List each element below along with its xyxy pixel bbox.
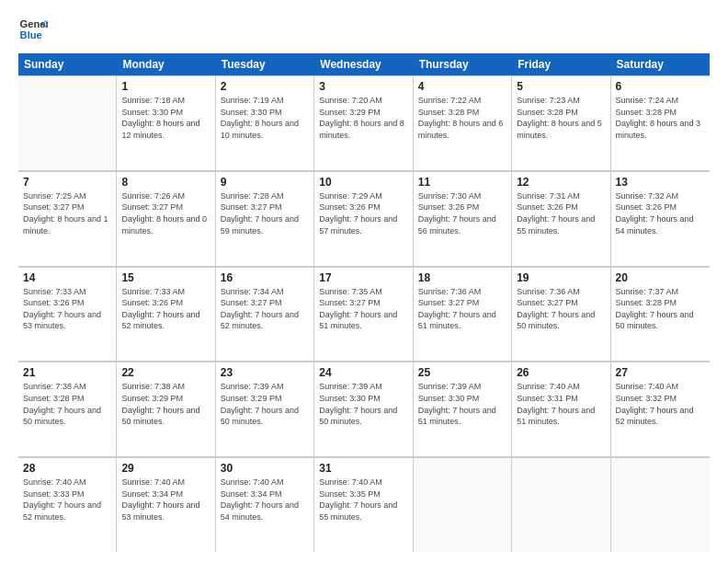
calendar-week-5: 28Sunrise: 7:40 AMSunset: 3:33 PMDayligh… xyxy=(18,457,710,552)
sunset-text: Sunset: 3:28 PM xyxy=(418,107,506,119)
daylight-text: Daylight: 7 hours and 53 minutes. xyxy=(121,500,210,523)
day-number: 22 xyxy=(121,366,210,379)
calendar-cell xyxy=(512,458,610,552)
sunrise-text: Sunrise: 7:37 AM xyxy=(616,286,705,298)
day-number: 13 xyxy=(616,176,705,189)
day-number: 23 xyxy=(221,366,309,379)
day-number: 1 xyxy=(121,80,210,93)
calendar-cell: 28Sunrise: 7:40 AMSunset: 3:33 PMDayligh… xyxy=(18,458,117,552)
calendar-cell: 19Sunrise: 7:36 AMSunset: 3:27 PMDayligh… xyxy=(512,268,610,362)
daylight-text: Daylight: 7 hours and 53 minutes. xyxy=(23,309,111,332)
sunset-text: Sunset: 3:30 PM xyxy=(418,393,506,405)
sunrise-text: Sunrise: 7:18 AM xyxy=(121,95,210,107)
page: General Blue SundayMondayTuesdayWednesda… xyxy=(0,0,728,563)
calendar-cell xyxy=(18,76,117,170)
logo-icon: General Blue xyxy=(18,15,48,44)
sunset-text: Sunset: 3:28 PM xyxy=(616,297,705,309)
calendar-cell: 16Sunrise: 7:34 AMSunset: 3:27 PMDayligh… xyxy=(216,268,314,362)
sunset-text: Sunset: 3:29 PM xyxy=(221,393,309,405)
daylight-text: Daylight: 8 hours and 5 minutes. xyxy=(517,118,605,141)
sunrise-text: Sunrise: 7:40 AM xyxy=(23,477,111,488)
calendar-cell: 22Sunrise: 7:38 AMSunset: 3:29 PMDayligh… xyxy=(117,362,215,456)
daylight-text: Daylight: 7 hours and 54 minutes. xyxy=(221,500,309,523)
sunrise-text: Sunrise: 7:29 AM xyxy=(319,190,407,202)
day-number: 10 xyxy=(319,176,407,189)
day-number: 6 xyxy=(616,80,705,93)
day-header-tuesday: Tuesday xyxy=(216,53,314,75)
day-header-friday: Friday xyxy=(512,53,610,75)
sunrise-text: Sunrise: 7:32 AM xyxy=(616,190,705,202)
sunrise-text: Sunrise: 7:40 AM xyxy=(121,477,210,488)
sunset-text: Sunset: 3:27 PM xyxy=(319,297,407,309)
sunset-text: Sunset: 3:26 PM xyxy=(616,201,705,213)
sunset-text: Sunset: 3:26 PM xyxy=(517,201,605,213)
day-number: 19 xyxy=(517,271,605,284)
calendar-cell xyxy=(414,458,512,552)
sunset-text: Sunset: 3:34 PM xyxy=(121,488,210,500)
daylight-text: Daylight: 7 hours and 51 minutes. xyxy=(418,309,506,332)
day-number: 14 xyxy=(23,271,111,284)
sunset-text: Sunset: 3:26 PM xyxy=(418,201,506,213)
sunset-text: Sunset: 3:27 PM xyxy=(517,297,605,309)
sunset-text: Sunset: 3:33 PM xyxy=(23,488,111,500)
sunset-text: Sunset: 3:28 PM xyxy=(23,393,111,405)
calendar-week-4: 21Sunrise: 7:38 AMSunset: 3:28 PMDayligh… xyxy=(18,362,710,457)
daylight-text: Daylight: 7 hours and 50 minutes. xyxy=(23,405,111,428)
day-number: 18 xyxy=(418,271,506,284)
sunrise-text: Sunrise: 7:31 AM xyxy=(517,190,605,202)
sunset-text: Sunset: 3:27 PM xyxy=(418,297,506,309)
sunrise-text: Sunrise: 7:38 AM xyxy=(23,381,111,393)
sunrise-text: Sunrise: 7:25 AM xyxy=(23,190,111,202)
sunset-text: Sunset: 3:27 PM xyxy=(23,201,111,213)
day-number: 28 xyxy=(23,462,111,475)
sunrise-text: Sunrise: 7:20 AM xyxy=(319,95,407,107)
daylight-text: Daylight: 7 hours and 54 minutes. xyxy=(616,213,705,236)
daylight-text: Daylight: 7 hours and 52 minutes. xyxy=(616,405,705,428)
daylight-text: Daylight: 7 hours and 52 minutes. xyxy=(221,309,309,332)
calendar-week-3: 14Sunrise: 7:33 AMSunset: 3:26 PMDayligh… xyxy=(18,267,710,362)
calendar-cell: 5Sunrise: 7:23 AMSunset: 3:28 PMDaylight… xyxy=(512,76,610,170)
calendar-cell: 30Sunrise: 7:40 AMSunset: 3:34 PMDayligh… xyxy=(216,458,314,552)
daylight-text: Daylight: 7 hours and 55 minutes. xyxy=(517,213,605,236)
day-number: 3 xyxy=(319,80,407,93)
sunset-text: Sunset: 3:27 PM xyxy=(221,201,309,213)
daylight-text: Daylight: 7 hours and 55 minutes. xyxy=(319,500,407,523)
day-number: 24 xyxy=(319,366,407,379)
day-number: 21 xyxy=(23,366,111,379)
day-number: 7 xyxy=(23,176,111,189)
calendar-week-1: 1Sunrise: 7:18 AMSunset: 3:30 PMDaylight… xyxy=(18,75,710,171)
day-number: 25 xyxy=(418,366,506,379)
daylight-text: Daylight: 7 hours and 50 minutes. xyxy=(121,405,210,428)
calendar-cell: 27Sunrise: 7:40 AMSunset: 3:32 PMDayligh… xyxy=(611,362,710,456)
day-header-monday: Monday xyxy=(117,53,215,75)
daylight-text: Daylight: 7 hours and 59 minutes. xyxy=(221,213,309,236)
calendar-cell xyxy=(611,458,710,552)
sunrise-text: Sunrise: 7:38 AM xyxy=(121,381,210,393)
sunrise-text: Sunrise: 7:23 AM xyxy=(517,95,605,107)
sunset-text: Sunset: 3:28 PM xyxy=(616,107,705,119)
sunrise-text: Sunrise: 7:39 AM xyxy=(319,381,407,393)
daylight-text: Daylight: 7 hours and 51 minutes. xyxy=(517,405,605,428)
sunset-text: Sunset: 3:35 PM xyxy=(319,488,407,500)
sunrise-text: Sunrise: 7:33 AM xyxy=(23,286,111,298)
calendar-cell: 13Sunrise: 7:32 AMSunset: 3:26 PMDayligh… xyxy=(611,172,710,266)
day-number: 16 xyxy=(221,271,309,284)
day-number: 17 xyxy=(319,271,407,284)
calendar-cell: 31Sunrise: 7:40 AMSunset: 3:35 PMDayligh… xyxy=(314,458,413,552)
daylight-text: Daylight: 7 hours and 50 minutes. xyxy=(319,405,407,428)
daylight-text: Daylight: 7 hours and 50 minutes. xyxy=(616,309,705,332)
calendar-cell: 25Sunrise: 7:39 AMSunset: 3:30 PMDayligh… xyxy=(414,362,512,456)
calendar-cell: 18Sunrise: 7:36 AMSunset: 3:27 PMDayligh… xyxy=(414,268,512,362)
calendar-cell: 21Sunrise: 7:38 AMSunset: 3:28 PMDayligh… xyxy=(18,362,117,456)
day-number: 8 xyxy=(121,176,210,189)
calendar-cell: 24Sunrise: 7:39 AMSunset: 3:30 PMDayligh… xyxy=(314,362,413,456)
sunrise-text: Sunrise: 7:39 AM xyxy=(418,381,506,393)
daylight-text: Daylight: 7 hours and 52 minutes. xyxy=(121,309,210,332)
calendar-cell: 9Sunrise: 7:28 AMSunset: 3:27 PMDaylight… xyxy=(216,172,314,266)
calendar-cell: 23Sunrise: 7:39 AMSunset: 3:29 PMDayligh… xyxy=(216,362,314,456)
calendar-cell: 6Sunrise: 7:24 AMSunset: 3:28 PMDaylight… xyxy=(611,76,710,170)
day-number: 4 xyxy=(418,80,506,93)
calendar-cell: 26Sunrise: 7:40 AMSunset: 3:31 PMDayligh… xyxy=(512,362,610,456)
calendar-cell: 17Sunrise: 7:35 AMSunset: 3:27 PMDayligh… xyxy=(314,268,413,362)
daylight-text: Daylight: 8 hours and 12 minutes. xyxy=(121,118,210,141)
